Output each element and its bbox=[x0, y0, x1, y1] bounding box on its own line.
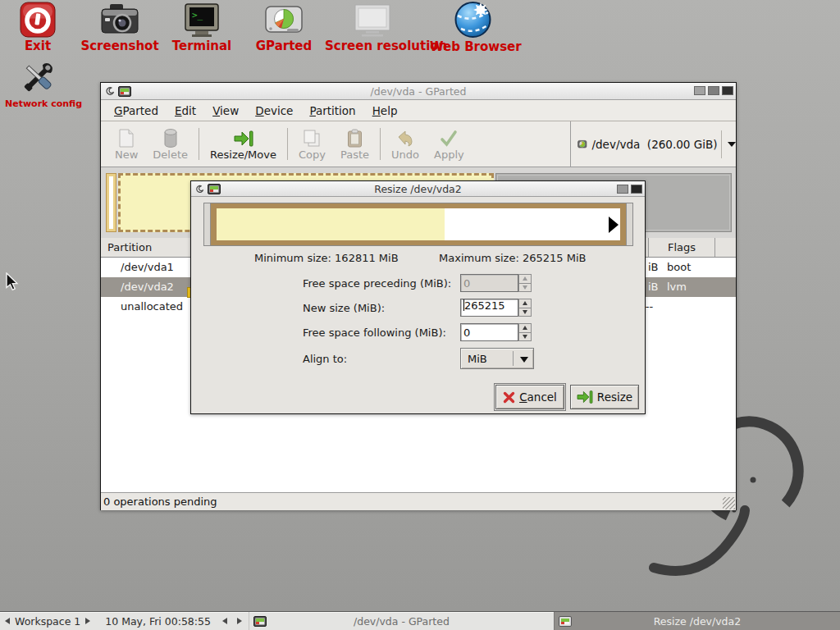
main-window-titlebar[interactable]: /dev/vda - GParted bbox=[101, 83, 736, 100]
dialog-titlebar[interactable]: Resize /dev/vda2 bbox=[191, 181, 645, 197]
desktop-icon-label: Terminal bbox=[169, 40, 235, 52]
desktop-icon-label: Screenshot bbox=[79, 40, 161, 52]
minimize-button[interactable] bbox=[694, 86, 705, 95]
tools-icon bbox=[20, 57, 57, 97]
apply-check-icon bbox=[440, 129, 458, 148]
partition-name: unallocated bbox=[121, 300, 183, 313]
free-space-following-spinner[interactable] bbox=[518, 323, 532, 341]
new-size-input[interactable]: 265215 bbox=[460, 299, 518, 317]
combo-divider bbox=[721, 130, 722, 158]
task-prev-icon[interactable] bbox=[222, 618, 227, 624]
spin-down-icon[interactable] bbox=[518, 284, 532, 293]
delete-button[interactable]: Delete bbox=[145, 121, 195, 167]
desktop-icon-exit[interactable]: Exit bbox=[13, 2, 62, 52]
tool-label: New bbox=[115, 148, 138, 161]
menu-view[interactable]: View bbox=[204, 102, 247, 120]
maximize-button[interactable] bbox=[708, 86, 719, 95]
desktop-icon-label: Screen resolution bbox=[325, 40, 419, 52]
menu-edit[interactable]: Edit bbox=[167, 102, 204, 120]
vda1-free-space bbox=[109, 176, 113, 229]
menu-device[interactable]: Device bbox=[247, 102, 301, 120]
desktop-icon-screen-resolution[interactable]: Screen resolution bbox=[325, 3, 419, 52]
camera-icon bbox=[100, 2, 139, 38]
desktop-icon-network-config[interactable]: Network config bbox=[5, 57, 72, 108]
taskbar-task-resize-dialog[interactable]: Resize /dev/vda2 bbox=[554, 612, 840, 630]
minimum-size-label: Minimum size: 162811 MiB bbox=[254, 252, 399, 264]
free-space-following-label: Free space following (MiB): bbox=[303, 326, 446, 339]
resize-arrow-icon bbox=[577, 390, 593, 404]
partition-frame[interactable] bbox=[212, 203, 625, 245]
partition-bar-vda1[interactable] bbox=[106, 173, 116, 232]
taskbar-clock: 10 May, Fri 00:58:55 bbox=[105, 615, 211, 628]
spin-down-icon[interactable] bbox=[518, 308, 532, 317]
resize-left-handle[interactable] bbox=[204, 203, 211, 245]
resize-grip[interactable] bbox=[723, 497, 735, 509]
desktop-icon-screenshot[interactable]: Screenshot bbox=[79, 2, 161, 52]
svg-text:>_: >_ bbox=[192, 10, 203, 21]
align-to-label: Align to: bbox=[303, 353, 347, 365]
spin-up-icon[interactable] bbox=[518, 323, 532, 333]
gparted-mini-icon bbox=[559, 616, 572, 627]
partition-used-space bbox=[217, 208, 445, 240]
partition-free-space bbox=[217, 208, 620, 240]
paste-button[interactable]: Paste bbox=[333, 121, 377, 167]
delete-partition-icon bbox=[163, 129, 178, 148]
tool-label: Undo bbox=[391, 148, 419, 161]
partition-name: /dev/vda1 bbox=[121, 261, 174, 273]
toolbar-separator bbox=[380, 128, 381, 160]
spin-down-icon[interactable] bbox=[518, 333, 532, 342]
resize-button[interactable]: Resize bbox=[570, 385, 639, 409]
column-header-flags[interactable]: Flags bbox=[649, 238, 715, 257]
free-space-preceding-input[interactable] bbox=[460, 274, 518, 292]
device-combo-value: /dev/vda (260.00 GiB) bbox=[592, 138, 718, 151]
tool-label: Copy bbox=[299, 148, 326, 161]
desktop-icon-gparted[interactable]: GParted bbox=[253, 5, 315, 52]
new-size-spinner[interactable] bbox=[518, 299, 532, 317]
taskbar: Workspace 1 10 May, Fri 00:58:55 /dev/vd… bbox=[0, 611, 840, 630]
close-button[interactable] bbox=[631, 185, 642, 194]
free-space-preceding-spinner[interactable] bbox=[518, 274, 532, 292]
workspace-label[interactable]: Workspace 1 bbox=[15, 615, 80, 628]
gparted-mini-icon bbox=[253, 616, 267, 627]
free-space-following-input[interactable] bbox=[460, 323, 518, 341]
gparted-disk-icon bbox=[264, 5, 304, 38]
toolbar-separator bbox=[199, 128, 199, 160]
monitor-icon bbox=[352, 3, 393, 38]
globe-icon bbox=[454, 0, 492, 39]
maximum-size-label: Maximum size: 265215 MiB bbox=[439, 252, 586, 264]
taskbar-task-gparted[interactable]: /dev/vda - GParted bbox=[249, 612, 554, 630]
paste-icon bbox=[347, 129, 363, 148]
apply-button[interactable]: Apply bbox=[427, 121, 472, 167]
undo-button[interactable]: Undo bbox=[384, 121, 427, 167]
drag-arrow-icon[interactable] bbox=[609, 217, 619, 233]
cancel-button[interactable]: Cancel bbox=[495, 385, 564, 409]
resize-label: Resize bbox=[597, 390, 632, 404]
close-button[interactable] bbox=[722, 86, 733, 95]
resize-right-handle[interactable] bbox=[626, 203, 632, 245]
desktop-icon-terminal[interactable]: >_ Terminal bbox=[169, 3, 235, 52]
menu-help[interactable]: Help bbox=[364, 102, 406, 120]
chevron-down-icon[interactable] bbox=[728, 142, 736, 147]
desktop-icon-web-browser[interactable]: Web Browser bbox=[430, 0, 516, 53]
device-selector[interactable]: /dev/vda (260.00 GiB) bbox=[570, 121, 736, 167]
workspace-prev-icon[interactable] bbox=[5, 618, 10, 624]
spin-up-icon[interactable] bbox=[518, 299, 532, 308]
resize-move-button[interactable]: Resize/Move bbox=[203, 121, 284, 167]
spin-up-icon[interactable] bbox=[518, 274, 532, 284]
workspace-next-icon[interactable] bbox=[85, 618, 90, 624]
flags-value: lvm bbox=[667, 281, 687, 293]
main-window-title: /dev/vda - GParted bbox=[101, 85, 736, 98]
new-button[interactable]: New bbox=[107, 121, 145, 167]
task-next-icon[interactable] bbox=[237, 618, 242, 624]
desktop-icon-label: Web Browser bbox=[430, 41, 516, 53]
copy-button[interactable]: Copy bbox=[291, 121, 333, 167]
align-to-combobox[interactable]: MiB bbox=[460, 348, 534, 369]
menu-gparted[interactable]: GParted bbox=[106, 102, 167, 120]
menu-partition[interactable]: Partition bbox=[301, 102, 363, 120]
maximize-button[interactable] bbox=[617, 185, 628, 194]
resize-slider-widget bbox=[203, 203, 633, 246]
column-header-filler bbox=[715, 238, 736, 257]
resize-dialog: Resize /dev/vda2 Minimum size: 162811 Mi… bbox=[190, 180, 646, 414]
undo-icon bbox=[396, 129, 414, 148]
desktop-icon-label: Network config bbox=[5, 99, 72, 108]
